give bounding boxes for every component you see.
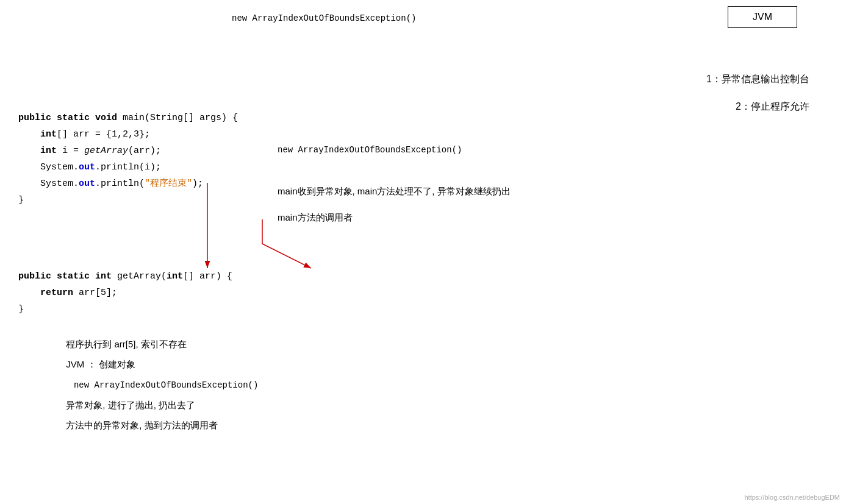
ann-line-1: 程序执行到 arr[5], 索引不存在 [30, 334, 258, 354]
code-line-6: } [18, 192, 238, 208]
ann-line-2: JVM ： 创建对象 [30, 354, 258, 374]
top-exception-text: new ArrayIndexOutOfBoundsException() [232, 13, 416, 23]
code-bottom-line-2: return arr[5]; [18, 285, 232, 301]
jvm-note-1: 1：异常信息输出控制台 [706, 73, 809, 86]
code-line-4: System.out.println(i); [18, 159, 238, 176]
main-container: JVM new ArrayIndexOutOfBoundsException()… [0, 0, 846, 504]
annotation-main-note: main收到异常对象, main方法处理不了, 异常对象继续扔出 [278, 186, 511, 197]
code-line-2: int[] arr = {1,2,3}; [18, 126, 238, 143]
ann-line-3: new ArrayIndexOutOfBoundsException() [30, 374, 258, 395]
code-bottom-line-4: } [18, 301, 232, 318]
code-block-getarray: public static int getArray(int[] arr) { … [18, 268, 232, 318]
ann-line-4: 异常对象, 进行了抛出, 扔出去了 [30, 395, 258, 415]
code-block-main: public static void main(String[] args) {… [18, 110, 238, 208]
code-line-5: System.out.println("程序结束"); [18, 176, 238, 192]
code-line-1: public static void main(String[] args) { [18, 110, 238, 126]
code-line-3: int i = getArray(arr); [18, 143, 238, 159]
annotation-main-caller: main方法的调用者 [278, 212, 353, 224]
code-bottom-line-1: public static int getArray(int[] arr) { [18, 268, 232, 285]
ann-line-5: 方法中的异常对象, 抛到方法的调用者 [30, 415, 258, 435]
jvm-box: JVM [728, 6, 797, 28]
watermark: https://blog.csdn.net/debugEDM [744, 494, 840, 501]
annotations-bottom-section: 程序执行到 arr[5], 索引不存在 JVM ： 创建对象 new Array… [30, 334, 258, 435]
jvm-note-2: 2：停止程序允许 [736, 101, 809, 113]
jvm-label: JVM [753, 12, 772, 22]
annotation-exception-line3: new ArrayIndexOutOfBoundsException() [278, 145, 462, 155]
